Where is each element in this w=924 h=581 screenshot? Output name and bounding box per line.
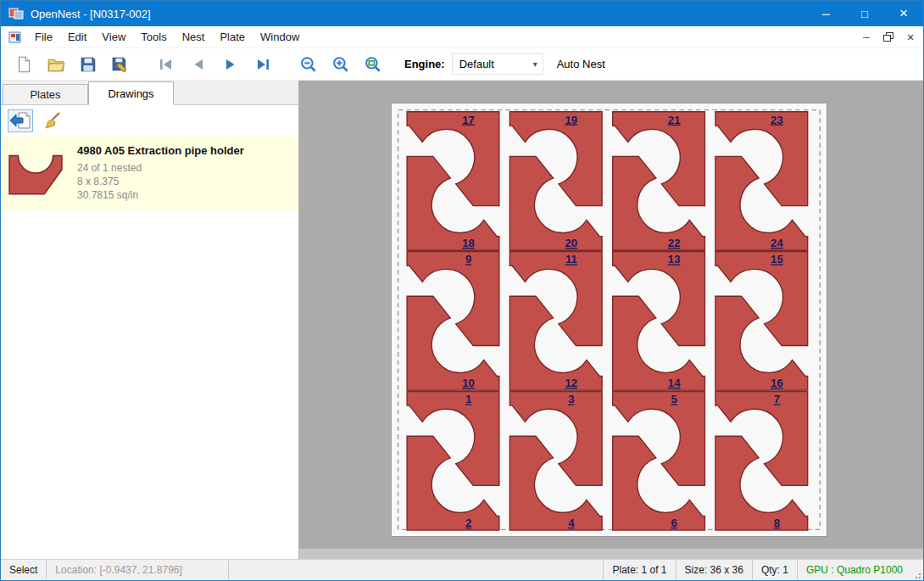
save-icon bbox=[79, 55, 97, 74]
part-label: 13 bbox=[668, 254, 681, 266]
status-qty: Qty: 1 bbox=[752, 560, 797, 581]
menu-edit[interactable]: Edit bbox=[60, 26, 94, 48]
maximize-button[interactable]: □ bbox=[845, 1, 884, 26]
status-bar: Select Location: [-0.9437, 21.8796] Plat… bbox=[1, 559, 923, 580]
part-label: 3 bbox=[568, 393, 574, 405]
engine-value: Default bbox=[459, 58, 494, 70]
part-label: 21 bbox=[668, 114, 681, 126]
part-label: 14 bbox=[668, 377, 681, 389]
save-edit-icon bbox=[111, 55, 130, 74]
part-label: 19 bbox=[565, 114, 578, 126]
broom-icon bbox=[42, 111, 63, 130]
mdi-document-icon bbox=[8, 31, 22, 43]
zoom-out-button[interactable] bbox=[296, 52, 321, 77]
auto-nest-button[interactable]: Auto Nest bbox=[557, 58, 605, 70]
status-location: Location: [-0.9437, 21.8796] bbox=[47, 560, 229, 581]
main-toolbar: Engine: Default ▾ Auto Nest bbox=[1, 48, 923, 81]
part-label: 18 bbox=[462, 237, 475, 249]
nav-prev-button[interactable] bbox=[186, 52, 211, 77]
new-file-icon bbox=[14, 55, 33, 74]
part-label: 7 bbox=[774, 393, 780, 405]
app-icon bbox=[8, 7, 24, 20]
part-label: 17 bbox=[462, 114, 475, 126]
tab-plates[interactable]: Plates bbox=[3, 84, 88, 104]
part-label: 23 bbox=[771, 114, 783, 126]
part-label: 10 bbox=[462, 377, 475, 389]
zoom-fit-button[interactable] bbox=[360, 52, 386, 77]
part-thumbnail bbox=[8, 146, 64, 198]
clear-drawings-button[interactable] bbox=[40, 109, 65, 132]
chevron-down-icon: ▾ bbox=[533, 59, 543, 69]
part-label: 12 bbox=[565, 377, 578, 389]
new-button[interactable] bbox=[11, 52, 36, 77]
part-label: 11 bbox=[565, 254, 577, 266]
nav-first-button[interactable] bbox=[153, 52, 179, 77]
menu-plate[interactable]: Plate bbox=[212, 26, 253, 48]
part-label: 24 bbox=[771, 237, 783, 249]
menu-window[interactable]: Window bbox=[253, 26, 307, 48]
part-label: 1 bbox=[465, 393, 471, 405]
menu-tools[interactable]: Tools bbox=[133, 26, 174, 48]
drawing-area: 30.7815 sq/in bbox=[77, 188, 244, 202]
restore-icon bbox=[883, 32, 893, 42]
engine-select[interactable]: Default ▾ bbox=[452, 53, 543, 75]
close-button[interactable]: × bbox=[884, 1, 923, 26]
part-label: 4 bbox=[568, 517, 575, 529]
status-gpu: GPU : Quadro P1000 bbox=[797, 560, 911, 581]
mdi-restore-button[interactable] bbox=[879, 29, 898, 46]
drawings-toolbar bbox=[1, 105, 298, 136]
drawing-nested: 24 of 1 nested bbox=[77, 161, 244, 175]
nav-next-icon bbox=[222, 56, 239, 73]
menu-view[interactable]: View bbox=[94, 26, 133, 48]
tab-drawings[interactable]: Drawings bbox=[88, 81, 174, 105]
part-label: 22 bbox=[668, 237, 681, 249]
drawing-size: 8 x 8.375 bbox=[77, 175, 244, 188]
open-folder-icon bbox=[46, 55, 66, 74]
part-label: 20 bbox=[565, 237, 578, 249]
tab-strip: Plates Drawings bbox=[1, 81, 298, 105]
part-label: 5 bbox=[671, 393, 676, 405]
horizontal-scrollbar[interactable] bbox=[299, 548, 923, 559]
nav-first-icon bbox=[158, 56, 175, 73]
save-edit-button[interactable] bbox=[108, 52, 133, 77]
drawing-list-item[interactable]: 4980 A05 Extraction pipe holder 24 of 1 … bbox=[1, 136, 298, 210]
menu-file[interactable]: File bbox=[27, 26, 60, 48]
part-label: 16 bbox=[771, 377, 783, 389]
nav-next-button[interactable] bbox=[218, 52, 243, 77]
menu-bar: File Edit View Tools Nest Plate Window ─… bbox=[1, 26, 923, 48]
status-mode: Select bbox=[1, 560, 47, 581]
drawing-list-empty-area bbox=[1, 210, 298, 559]
engine-label: Engine: bbox=[404, 58, 445, 70]
import-drawing-icon bbox=[9, 111, 31, 130]
part-label: 9 bbox=[465, 254, 471, 266]
zoom-out-icon bbox=[299, 55, 318, 74]
nav-last-icon bbox=[254, 56, 271, 73]
left-panel: Plates Drawings bbox=[1, 81, 299, 559]
title-bar: OpenNest - [N0317-002] ─ □ × bbox=[1, 1, 923, 26]
minimize-button[interactable]: ─ bbox=[806, 1, 845, 26]
plate-sheet[interactable]: 171819202122232491011121314151612345678 bbox=[391, 103, 827, 537]
zoom-in-icon bbox=[331, 55, 350, 74]
status-plate: Plate: 1 of 1 bbox=[603, 560, 675, 581]
nav-prev-icon bbox=[190, 56, 207, 73]
zoom-in-button[interactable] bbox=[328, 52, 353, 77]
part-label: 8 bbox=[774, 517, 780, 529]
part-label: 15 bbox=[771, 254, 783, 266]
mdi-close-button[interactable]: × bbox=[901, 29, 920, 46]
nest-canvas[interactable]: 171819202122232491011121314151612345678 bbox=[299, 81, 923, 559]
part-label: 6 bbox=[671, 517, 676, 529]
status-size: Size: 36 x 36 bbox=[676, 560, 752, 581]
mdi-minimize-button[interactable]: ─ bbox=[857, 29, 876, 46]
drawing-title: 4980 A05 Extraction pipe holder bbox=[77, 144, 244, 157]
open-button[interactable] bbox=[43, 52, 69, 77]
plate-svg[interactable]: 171819202122232491011121314151612345678 bbox=[392, 103, 827, 536]
nav-last-button[interactable] bbox=[250, 52, 276, 77]
part-label: 2 bbox=[465, 517, 471, 529]
save-button[interactable] bbox=[75, 52, 101, 77]
window-title: OpenNest - [N0317-002] bbox=[31, 8, 151, 20]
menu-nest[interactable]: Nest bbox=[175, 26, 213, 48]
app-window: OpenNest - [N0317-002] ─ □ × File Edit V… bbox=[0, 0, 924, 581]
zoom-fit-icon bbox=[364, 55, 382, 74]
resize-grip[interactable] bbox=[911, 560, 923, 581]
import-drawing-button[interactable] bbox=[8, 109, 33, 132]
